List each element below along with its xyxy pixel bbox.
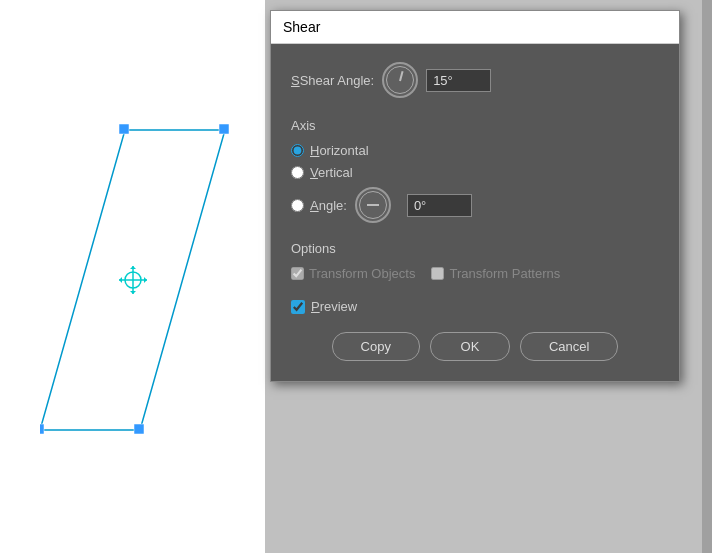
dialog-body: SShear Angle: Axis Horizontal Vertical bbox=[271, 44, 679, 381]
angle-radio-row: Angle: bbox=[291, 187, 659, 223]
dialog-title: Shear bbox=[283, 19, 320, 35]
svg-marker-8 bbox=[119, 277, 122, 283]
buttons-row: Copy OK Cancel bbox=[291, 332, 659, 365]
vertical-radio-row: Vertical bbox=[291, 165, 659, 180]
cancel-button[interactable]: Cancel bbox=[520, 332, 618, 361]
angle-axis-radio[interactable] bbox=[291, 199, 304, 212]
axis-section: Axis Horizontal Vertical Angle: bbox=[291, 118, 659, 223]
svg-marker-9 bbox=[144, 277, 147, 283]
shear-angle-dial[interactable] bbox=[382, 62, 418, 98]
transform-objects-checkbox[interactable] bbox=[291, 267, 304, 280]
svg-rect-2 bbox=[219, 124, 229, 134]
transform-objects-label[interactable]: Transform Objects bbox=[291, 266, 415, 281]
angle-axis-dial[interactable] bbox=[355, 187, 391, 223]
options-row: Transform Objects Transform Patterns bbox=[291, 266, 659, 281]
shear-dialog: Shear SShear Angle: Axis Horizontal bbox=[270, 10, 680, 382]
shear-angle-input[interactable] bbox=[426, 69, 491, 92]
shear-angle-row: SShear Angle: bbox=[291, 62, 659, 98]
preview-checkbox[interactable] bbox=[291, 300, 305, 314]
shear-angle-label: SShear Angle: bbox=[291, 73, 374, 88]
svg-rect-3 bbox=[134, 424, 144, 434]
preview-row: Preview bbox=[291, 299, 659, 314]
svg-marker-11 bbox=[130, 291, 136, 294]
transform-objects-text: Transform Objects bbox=[309, 266, 415, 281]
horizontal-label[interactable]: Horizontal bbox=[310, 143, 369, 158]
horizontal-radio-row: Horizontal bbox=[291, 143, 659, 158]
options-label: Options bbox=[291, 241, 659, 256]
transform-patterns-text: Transform Patterns bbox=[449, 266, 560, 281]
vertical-label[interactable]: Vertical bbox=[310, 165, 353, 180]
right-shadow bbox=[702, 0, 712, 553]
axis-label: Axis bbox=[291, 118, 659, 133]
transform-patterns-label[interactable]: Transform Patterns bbox=[431, 266, 560, 281]
angle-axis-input[interactable] bbox=[407, 194, 472, 217]
dialog-titlebar: Shear bbox=[271, 11, 679, 44]
angle-axis-label[interactable]: Angle: bbox=[310, 198, 347, 213]
options-section: Options Transform Objects Transform Patt… bbox=[291, 241, 659, 281]
svg-marker-10 bbox=[130, 266, 136, 269]
vertical-radio[interactable] bbox=[291, 166, 304, 179]
ok-button[interactable]: OK bbox=[430, 332, 510, 361]
copy-button[interactable]: Copy bbox=[332, 332, 420, 361]
svg-rect-4 bbox=[40, 424, 44, 434]
svg-rect-1 bbox=[119, 124, 129, 134]
shape-preview bbox=[40, 90, 260, 460]
horizontal-radio[interactable] bbox=[291, 144, 304, 157]
preview-label[interactable]: Preview bbox=[291, 299, 357, 314]
transform-patterns-checkbox[interactable] bbox=[431, 267, 444, 280]
canvas-area bbox=[0, 0, 265, 553]
